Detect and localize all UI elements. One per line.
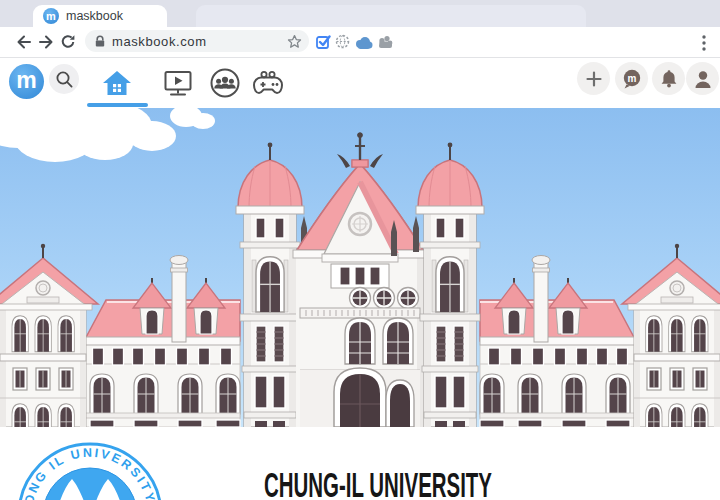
browser-menu-button[interactable]: [699, 33, 709, 53]
forward-arrow-icon: [36, 32, 56, 52]
chat-bubble-icon: m: [621, 68, 643, 90]
gamepad-icon: [248, 65, 288, 101]
people-group-icon: [207, 65, 243, 101]
forward-button[interactable]: [36, 32, 56, 52]
reload-button[interactable]: [58, 32, 78, 52]
maskbook-logo[interactable]: m: [9, 64, 44, 99]
url-text: maskbook.com: [112, 34, 281, 49]
url-bar[interactable]: maskbook.com: [85, 30, 309, 52]
chat-bubble-letter: m: [627, 72, 636, 83]
browser-tab[interactable]: m maskbook: [33, 5, 167, 27]
nav-tab-watch[interactable]: [160, 62, 196, 104]
tab-title: maskbook: [66, 9, 123, 23]
home-icon: [99, 65, 135, 101]
page-footer: CHEONG IL UNIVERSITY CHUNG-IL UNIVERSITY: [0, 427, 720, 500]
inactive-tab[interactable]: [196, 5, 586, 27]
notifications-button[interactable]: [652, 62, 685, 95]
lock-icon: [94, 35, 106, 48]
bell-icon: [659, 68, 679, 89]
site-navbar: m m: [0, 58, 720, 108]
university-title: CHUNG-IL UNIVERSITY: [250, 455, 512, 500]
nav-tab-home[interactable]: [88, 62, 146, 104]
reload-icon: [58, 32, 78, 52]
tab-strip: m maskbook: [0, 0, 720, 27]
create-button[interactable]: [577, 62, 610, 95]
cloud-extension-button[interactable]: [354, 36, 373, 50]
puzzle-extension-button[interactable]: [377, 35, 393, 50]
video-monitor-icon: [160, 65, 196, 101]
maskbook-favicon-icon: m: [43, 8, 59, 24]
back-button[interactable]: [14, 32, 34, 52]
university-name: CHUNG-IL UNIVERSITY: [264, 466, 492, 500]
overflow-menu-icon: [699, 33, 709, 53]
active-tab-underline: [87, 103, 148, 107]
person-icon: [693, 69, 713, 89]
back-arrow-icon: [14, 32, 34, 52]
messenger-button[interactable]: m: [615, 62, 648, 95]
bookmark-star-icon[interactable]: [287, 34, 302, 49]
globe-extension-button[interactable]: [335, 34, 350, 49]
university-seal: CHEONG IL UNIVERSITY: [5, 435, 181, 500]
globe-extension-icon: [335, 34, 350, 49]
profile-button[interactable]: [686, 62, 719, 95]
search-button[interactable]: [49, 64, 79, 94]
check-extension-icon: [316, 34, 331, 49]
browser-toolbar: maskbook.com: [0, 27, 720, 58]
check-extension-button[interactable]: [316, 34, 331, 49]
nav-tab-games[interactable]: [248, 62, 288, 104]
puzzle-extension-icon: [377, 35, 393, 50]
university-illustration: [0, 108, 720, 427]
cloud-extension-icon: [354, 36, 373, 50]
search-icon: [55, 70, 74, 89]
nav-tab-groups[interactable]: [206, 62, 244, 104]
browser-window: m maskbook maskbook.com: [0, 0, 720, 500]
plus-icon: [585, 70, 603, 88]
